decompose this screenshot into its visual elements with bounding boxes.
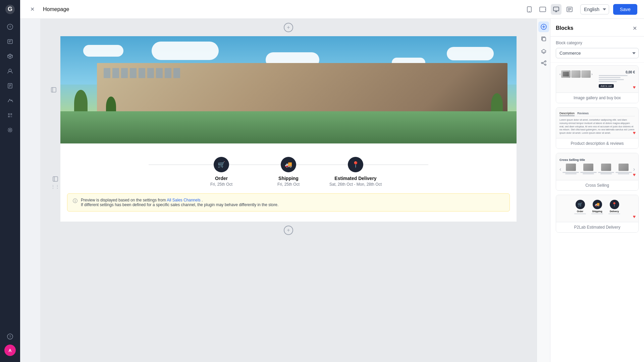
products-icon[interactable]: [3, 50, 17, 63]
order-date: Fri, 25th Oct: [210, 182, 232, 187]
block-handle-left: [50, 86, 57, 93]
building-image: [60, 36, 517, 143]
app-logo[interactable]: G: [4, 3, 16, 15]
info-text: Preview is displayed based on the settin…: [81, 198, 166, 202]
p2lab-order-icon: 🛒: [576, 200, 585, 209]
cross-next-nav[interactable]: ›: [633, 166, 635, 172]
svg-line-39: [543, 62, 545, 63]
p2lab-shipping-label: Shipping: [592, 210, 602, 213]
cross-selling-title-preview: Cross Selling title: [559, 158, 585, 162]
help-circle-icon[interactable]: ?: [3, 330, 17, 343]
delivery-label: Estimated Delivery: [334, 176, 376, 181]
close-button[interactable]: ✕: [27, 4, 38, 15]
heart-icon-4: ♥: [633, 214, 636, 219]
info-suffix: .: [202, 198, 203, 202]
user-avatar[interactable]: A: [4, 345, 16, 356]
canvas-area[interactable]: +: [40, 19, 537, 362]
preview-tabs: Description Reviews: [559, 111, 635, 116]
cross-selling-products-row: ‹: [559, 164, 635, 175]
delivery-icon: 📍: [348, 157, 363, 172]
marketing-icon[interactable]: [3, 94, 17, 107]
p2lab-delivery-label: P2Lab Estimated Delivery: [556, 222, 638, 232]
svg-rect-4: [8, 40, 12, 44]
svg-line-40: [543, 63, 545, 64]
language-selector[interactable]: English: [580, 4, 609, 14]
svg-point-37: [541, 62, 543, 64]
image-gallery-block-card[interactable]: ‹ ›: [556, 65, 639, 103]
shipping-step: 🚚 Shipping Fri, 25th Oct: [255, 157, 322, 187]
p2lab-delivery-icon: 📍: [610, 200, 619, 209]
text-view-button[interactable]: [564, 4, 575, 15]
layout2-icon[interactable]: [52, 176, 59, 182]
svg-text:?: ?: [9, 25, 11, 29]
topbar-right-actions: English Save: [580, 4, 637, 15]
order-icon: 🛒: [214, 157, 229, 172]
category-label: Block category: [556, 41, 639, 45]
layers-panel-tool[interactable]: [538, 46, 549, 56]
help-icon[interactable]: ?: [3, 20, 17, 34]
product-description-block-card[interactable]: Description Reviews Lorem ipsum dolor si…: [556, 107, 639, 149]
image-gallery-preview: ‹ ›: [556, 66, 638, 93]
topbar: ✕ Homepage: [20, 0, 644, 19]
blocks-list: ‹ ›: [550, 63, 644, 362]
panel-close-button[interactable]: ✕: [631, 24, 639, 32]
svg-point-22: [545, 9, 546, 10]
cross-prev-nav[interactable]: ‹: [559, 166, 561, 172]
main-area: +: [40, 19, 644, 362]
delivery-date: Sat, 26th Oct - Mon, 28th Oct: [329, 182, 382, 187]
cross-selling-label: Cross Selling: [556, 180, 638, 190]
cross-selling-block-card[interactable]: Cross Selling title ‹: [556, 153, 639, 191]
drag-handle[interactable]: ⋮⋮: [50, 184, 60, 190]
settings-icon[interactable]: [3, 123, 17, 137]
p2lab-delivery-steps: 🛒 Order 🚚 Shipping 📍 Delivery: [574, 200, 620, 214]
orders-icon[interactable]: [3, 79, 17, 93]
users-icon[interactable]: [3, 64, 17, 78]
svg-rect-13: [10, 113, 12, 115]
heart-icon-1: ♥: [633, 84, 636, 90]
category-selector[interactable]: Commerce Layout Media: [556, 48, 639, 58]
cross-product-3: [598, 164, 614, 175]
copy-panel-tool[interactable]: [538, 34, 549, 44]
p2lab-order-item: 🛒 Order: [574, 200, 586, 214]
info-icon: ⓘ: [73, 198, 77, 204]
info-secondary: If different settings has been defined f…: [81, 202, 278, 207]
info-link[interactable]: All Sales Channels: [167, 198, 201, 202]
svg-rect-14: [8, 116, 10, 117]
svg-rect-21: [540, 7, 546, 12]
add-block-bottom-button[interactable]: +: [284, 226, 293, 235]
p2lab-delivery-block-card[interactable]: 🛒 Order 🚚 Shipping 📍 Delivery: [556, 195, 639, 233]
order-step: 🛒 Order Fri, 25th Oct: [188, 157, 255, 187]
svg-point-36: [545, 61, 546, 62]
add-block-top-button[interactable]: +: [284, 23, 293, 32]
shipping-icon: 🚚: [281, 157, 296, 172]
svg-rect-30: [53, 177, 58, 181]
order-label: Order: [215, 176, 228, 181]
p2lab-delivery-label: Delivery: [610, 210, 619, 213]
right-panel-title: Blocks: [556, 25, 573, 31]
pages-icon[interactable]: [3, 35, 17, 48]
cross-product-4: [615, 164, 632, 175]
add-panel-tool[interactable]: [538, 21, 549, 32]
info-banner: ⓘ Preview is displayed based on the sett…: [67, 193, 510, 212]
share-panel-tool[interactable]: [538, 58, 549, 68]
shipping-label: Shipping: [278, 176, 299, 181]
shipping-date: Fri, 25th Oct: [277, 182, 300, 187]
mobile-view-button[interactable]: [524, 4, 535, 15]
tablet-view-button[interactable]: [537, 4, 548, 15]
page-title: Homepage: [43, 6, 519, 12]
svg-rect-23: [553, 7, 559, 11]
p2lab-shipping-icon: 🚚: [593, 200, 602, 209]
cross-selling-preview: Cross Selling title ‹: [556, 153, 638, 180]
save-button[interactable]: Save: [613, 4, 637, 15]
panel-tools: [537, 19, 550, 362]
layout-icon[interactable]: [50, 86, 57, 93]
description-tab: Description: [559, 111, 575, 116]
analytics-icon[interactable]: [3, 109, 17, 122]
add-block-top-bar: +: [40, 19, 537, 36]
svg-point-20: [529, 11, 530, 12]
desktop-view-button[interactable]: [551, 4, 561, 15]
svg-point-16: [9, 129, 11, 131]
reviews-tab: Reviews: [577, 111, 589, 116]
block2-handle-left: ⋮⋮: [50, 176, 60, 190]
delivery-content: 🛒 Order Fri, 25th Oct 🚚 Shipping Fri, 25…: [60, 143, 517, 222]
